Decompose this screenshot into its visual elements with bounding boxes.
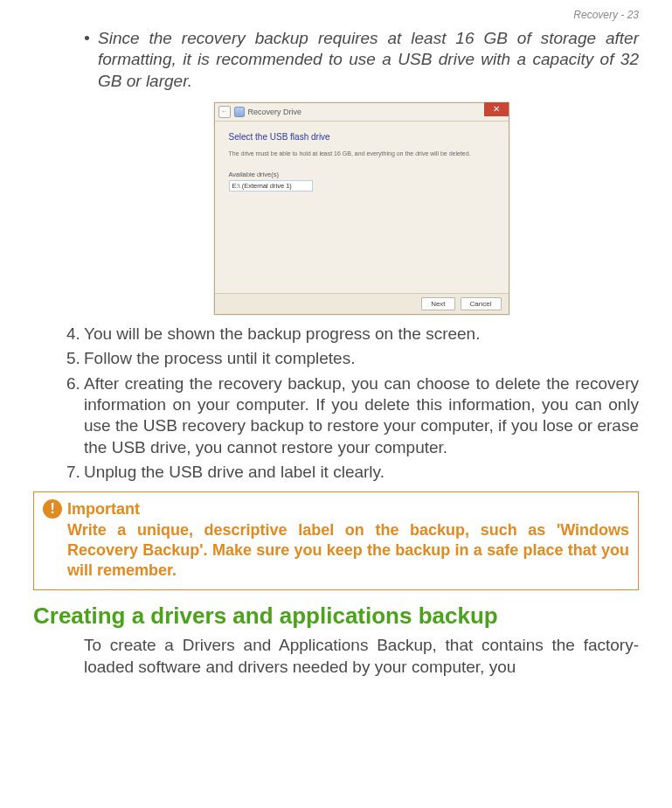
next-button[interactable]: Next bbox=[421, 297, 454, 310]
dialog-body: Select the USB flash drive The drive mus… bbox=[215, 122, 509, 293]
step-text: Follow the process until it completes. bbox=[84, 348, 639, 369]
dialog-title: Recovery Drive bbox=[248, 108, 302, 116]
bullet-dot: • bbox=[84, 28, 98, 92]
dialog-heading: Select the USB flash drive bbox=[229, 132, 495, 142]
cancel-button[interactable]: Cancel bbox=[461, 297, 502, 310]
recovery-drive-dialog: ← Recovery Drive ✕ Select the USB flash … bbox=[214, 102, 509, 315]
step-7: 7. Unplug the USB drive and label it cle… bbox=[66, 462, 639, 483]
dialog-screenshot: ← Recovery Drive ✕ Select the USB flash … bbox=[84, 102, 639, 315]
document-page: Recovery - 23 • Since the recovery backu… bbox=[0, 0, 672, 678]
dialog-footer: Next Cancel bbox=[215, 293, 509, 314]
step-text: After creating the recovery backup, you … bbox=[84, 373, 639, 458]
bullet-text: Since the recovery backup requires at le… bbox=[98, 28, 639, 92]
step-number: 6. bbox=[66, 373, 84, 458]
dialog-titlebar: ← Recovery Drive ✕ bbox=[215, 103, 509, 122]
available-drives-label: Available drive(s) bbox=[229, 171, 495, 178]
bullet-note: • Since the recovery backup requires at … bbox=[84, 28, 639, 92]
exclamation-icon: ! bbox=[43, 499, 62, 519]
important-callout: ! Important Write a unique, descriptive … bbox=[33, 491, 639, 590]
step-text: You will be shown the backup progress on… bbox=[84, 324, 639, 345]
page-header: Recovery - 23 bbox=[0, 0, 672, 28]
back-button[interactable]: ← bbox=[218, 106, 231, 118]
body-content: • Since the recovery backup requires at … bbox=[0, 28, 672, 483]
step-number: 5. bbox=[66, 348, 84, 369]
dialog-subtext: The drive must be able to hold at least … bbox=[229, 150, 495, 157]
dialog-icon bbox=[234, 107, 245, 117]
step-number: 4. bbox=[66, 324, 84, 345]
step-number: 7. bbox=[66, 462, 84, 483]
step-6: 6. After creating the recovery backup, y… bbox=[66, 373, 639, 458]
tail-paragraph: To create a Drivers and Applications Bac… bbox=[0, 635, 672, 678]
drive-list-item[interactable]: E:\ (External drive 1) bbox=[229, 180, 313, 192]
section-heading: Creating a drivers and applications back… bbox=[0, 599, 672, 635]
step-text: Unplug the USB drive and label it clearl… bbox=[84, 462, 639, 483]
important-body: Write a unique, descriptive label on the… bbox=[67, 520, 629, 581]
close-button[interactable]: ✕ bbox=[484, 102, 509, 116]
step-4: 4. You will be shown the backup progress… bbox=[66, 324, 639, 345]
step-5: 5. Follow the process until it completes… bbox=[66, 348, 639, 369]
important-header: ! Important bbox=[43, 499, 629, 519]
important-title: Important bbox=[67, 500, 140, 519]
